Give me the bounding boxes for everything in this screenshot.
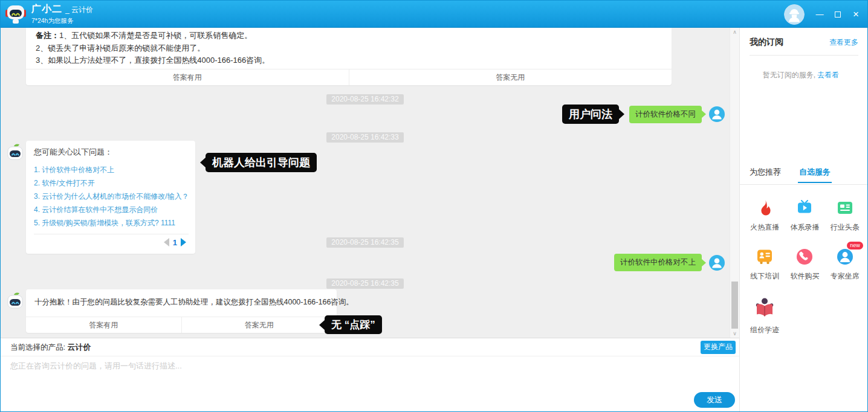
service-label: 行业头条 (831, 222, 860, 233)
minimize-button[interactable]: — (815, 10, 824, 19)
app-subtitle: 7*24h为您服务 (31, 17, 93, 25)
user-message-row: 用户问法 计价软件价格不同 (562, 105, 725, 124)
service-item-recordings[interactable]: 体系录播 (785, 197, 824, 233)
note-line-1: 备注：1、五代锁如果不清楚是否是可补锁，可联系销售确定。 (36, 30, 662, 42)
note-line-3: 3、如果以上方法处理不了，直接拨打全国热线4000-166-166咨询。 (36, 54, 662, 67)
go-browse-link[interactable]: 去看看 (817, 71, 839, 79)
annotation-user-ask: 用户问法 (562, 105, 619, 124)
bot-avatar (5, 292, 25, 311)
flame-icon (756, 199, 773, 216)
current-product-name: 云计价 (67, 343, 91, 352)
close-icon: × (853, 10, 859, 19)
guide-question-link[interactable]: 1. 计价软件中价格对不上 (34, 163, 189, 176)
user-avatar (709, 106, 725, 122)
guide-question-link[interactable]: 3. 云计价为什么人材机的市场价不能修改/输入？ (34, 190, 189, 203)
service-item-news[interactable]: 行业头条 (825, 197, 865, 233)
guide-title: 您可能关心以下问题： (34, 147, 189, 158)
view-more-link[interactable]: 查看更多 (829, 37, 858, 48)
service-grid: 火热直播 体系录播 行业头条 (745, 197, 865, 349)
service-label: 火热直播 (750, 222, 779, 233)
current-product-label: 当前选择的产品: 云计价 (10, 342, 91, 353)
annotation-arrow-right-icon (618, 109, 624, 120)
minimize-icon: — (816, 10, 824, 19)
composer-panel: 当前选择的产品: 云计价 更换产品 发送 (1, 338, 739, 412)
app-title-block: 广小二 _ 云计价 7*24h为您服务 (31, 3, 93, 25)
chat-scrollbar[interactable]: ∧ ∨ (730, 28, 739, 338)
answer-useful-button[interactable]: 答案有用 (26, 69, 349, 85)
bubble-tail-icon (701, 110, 706, 118)
tv-play-icon (796, 200, 813, 216)
service-item-expert[interactable]: new 专家坐席 (825, 246, 865, 282)
timestamp: 2020-08-25 16:42:35 (1, 277, 730, 289)
user-avatar (709, 255, 725, 271)
guide-question-link[interactable]: 2. 软件/文件打不开 (34, 176, 189, 190)
new-badge: new (847, 242, 863, 249)
message-input[interactable] (10, 361, 730, 387)
service-item-live[interactable]: 火热直播 (745, 197, 785, 233)
feedback-row: 答案有用 答案无用 (26, 317, 337, 333)
service-item-purchase[interactable]: 软件购买 (785, 246, 824, 282)
app-title-product: _ 云计价 (65, 5, 93, 15)
timestamp: 2020-08-25 16:42:35 (1, 236, 730, 248)
user-profile-avatar[interactable] (784, 4, 805, 25)
answer-useful-button[interactable]: 答案有用 (26, 317, 181, 333)
timestamp-badge: 2020-08-25 16:42:33 (326, 132, 403, 143)
annotation-no-dislike: 无 “点踩” (325, 315, 382, 334)
timestamp-badge: 2020-08-25 16:42:35 (326, 237, 403, 248)
service-label: 专家坐席 (831, 271, 860, 282)
change-product-button[interactable]: 更换产品 (701, 341, 736, 354)
answer-useless-button[interactable]: 答案无用 (349, 69, 672, 85)
app-title: 广小二 (31, 3, 62, 16)
divider (740, 184, 868, 185)
answer-useless-button[interactable]: 答案无用 (181, 317, 337, 333)
guide-question-link[interactable]: 5. 升级锁/购买锁/新增模块，联系方式? 1111 (34, 216, 189, 230)
timestamp-badge: 2020-08-25 16:42:32 (326, 94, 403, 105)
service-item-training[interactable]: 线下培训 (745, 246, 785, 282)
send-button[interactable]: 发送 (694, 392, 735, 408)
sorry-text: 十分抱歉！由于您的问题比较复杂需要人工协助处理，建议您拨打全国热线4000-16… (26, 289, 337, 307)
training-card-icon (756, 248, 773, 265)
reading-book-icon (753, 296, 776, 319)
tab-recommend[interactable]: 为您推荐 (750, 167, 781, 183)
note-text: 备注：1、五代锁如果不清楚是否是可补锁，可联系销售确定。 2、锁丢失了申请补锁后… (26, 28, 672, 67)
titlebar: 广小二 _ 云计价 7*24h为您服务 — × (1, 1, 868, 28)
scrollbar-thumb[interactable] (731, 282, 738, 329)
app-window: 广小二 _ 云计价 7*24h为您服务 — × 备注：1、五 (0, 0, 868, 412)
timestamp-badge: 2020-08-25 16:42:35 (326, 278, 403, 289)
guide-question-link[interactable]: 4. 云计价结算在软件中不想显示合同价 (34, 203, 189, 216)
user-message-bubble: 计价软件价格不同 (629, 106, 702, 123)
user-message-row: 计价软件中价格对不上 (614, 254, 725, 271)
product-row: 当前选择的产品: 云计价 更换产品 (1, 338, 739, 356)
phone-icon (796, 248, 813, 265)
service-label: 体系录播 (790, 222, 819, 233)
subscription-title: 我的订阅 (750, 37, 783, 48)
bot-message-note-card: 备注：1、五代锁如果不清楚是否是可补锁，可联系销售确定。 2、锁丢失了申请补锁后… (26, 28, 672, 85)
tab-active-underline (798, 182, 832, 183)
service-label: 线下培训 (750, 271, 779, 282)
bubble-tail-icon (701, 259, 706, 267)
app-logo-robot-icon (5, 3, 27, 25)
sidebar: 我的订阅 查看更多 暂无订阅的服务, 去看看 为您推荐 自选服务 火热直播 (739, 28, 868, 412)
service-label: 组价学迹 (750, 325, 779, 335)
chat-history: 备注：1、五代锁如果不清楚是否是可补锁，可联系销售确定。 2、锁丢失了申请补锁后… (1, 28, 739, 338)
scroll-down-icon[interactable]: ∨ (730, 330, 739, 336)
bot-avatar (5, 143, 25, 163)
feedback-row: 答案有用 答案无用 (26, 69, 672, 85)
service-item-learning[interactable]: 组价学迹 (745, 295, 785, 335)
maximize-icon (835, 11, 841, 18)
sidebar-tabs: 为您推荐 自选服务 (750, 167, 868, 183)
subscription-empty: 暂无订阅的服务, 去看看 (740, 70, 862, 80)
annotation-arrow-left-icon (200, 157, 206, 168)
timestamp: 2020-08-25 16:42:32 (1, 93, 730, 105)
maximize-button[interactable] (834, 10, 842, 19)
scroll-up-icon[interactable]: ∧ (730, 29, 739, 35)
news-icon (837, 199, 853, 216)
note-line-2: 2、锁丢失了申请补锁后原来的锁就不能使用了。 (36, 42, 662, 55)
annotation-bot-guide: 机器人给出引导问题 (206, 153, 317, 172)
service-label: 软件购买 (790, 271, 819, 282)
user-message-bubble: 计价软件中价格对不上 (614, 254, 702, 271)
close-button[interactable]: × (852, 10, 860, 19)
annotation-arrow-left-icon (319, 320, 325, 330)
window-controls: — × (815, 10, 860, 19)
tab-self-service[interactable]: 自选服务 (799, 167, 831, 183)
